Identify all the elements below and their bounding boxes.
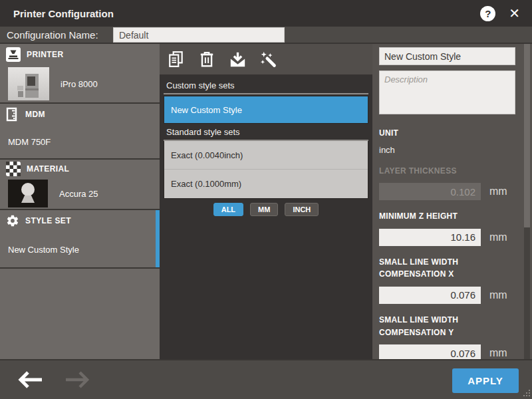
titlebar-actions: ? ✕: [480, 6, 520, 21]
layer-thickness-input: [379, 183, 481, 200]
small-line-width-compensation-x-label: SMALL LINE WIDTH COMPENSATION X: [379, 256, 512, 281]
sidebar-section-mdm: MDM MDM 750F: [0, 104, 160, 160]
sidebar-item-label: New Custom Style: [8, 245, 79, 255]
sidebar-item-label: MDM 750F: [8, 137, 51, 147]
sidebar-header-printer: PRINTER: [0, 44, 160, 65]
delete-icon[interactable]: [197, 49, 217, 69]
sidebar-item-printer[interactable]: iPro 8000: [0, 65, 160, 102]
configuration-name-label: Configuration Name:: [7, 29, 98, 41]
printer-photo: [8, 67, 49, 100]
printer-icon: [6, 47, 21, 62]
list-item-exact-mm[interactable]: Exact (0.1000mm): [164, 170, 368, 198]
standard-style-sets-block: Exact (0.0040inch) Exact (0.1000mm): [164, 141, 368, 199]
small-line-width-compensation-x-unit: mm: [489, 289, 507, 301]
configuration-name-input[interactable]: [113, 27, 285, 43]
style-sets-panel: Custom style sets New Custom Style Stand…: [160, 44, 372, 359]
list-item-exact-inch[interactable]: Exact (0.0040inch): [164, 141, 368, 170]
scrollbar[interactable]: [524, 44, 530, 359]
close-icon[interactable]: ✕: [509, 7, 520, 20]
sidebar-item-style-set[interactable]: New Custom Style: [0, 231, 160, 267]
sidebar-header-mdm: MDM: [0, 104, 160, 125]
apply-button[interactable]: APPLY: [452, 368, 519, 393]
style-name-input[interactable]: [379, 47, 515, 65]
material-icon: [6, 162, 21, 176]
sidebar-section-material: MATERIAL Accura 25: [0, 160, 160, 210]
wizard-icon[interactable]: [258, 49, 278, 69]
sidebar-label-mdm: MDM: [25, 110, 45, 119]
unit-label: UNIT: [379, 127, 512, 140]
back-arrow-icon[interactable]: [16, 368, 44, 391]
sidebar-label-style-set: STYLE SET: [25, 216, 71, 225]
material-photo-image: [15, 181, 41, 206]
small-line-width-compensation-x-input[interactable]: [379, 287, 481, 304]
filter-inch-button[interactable]: INCH: [285, 203, 319, 216]
sidebar-header-material: MATERIAL: [0, 160, 160, 178]
minimum-z-height-input[interactable]: [379, 229, 481, 246]
sidebar-item-label: Accura 25: [59, 189, 98, 199]
gear-icon: [6, 214, 19, 227]
style-set-list: Custom style sets New Custom Style Stand…: [160, 74, 372, 216]
printer-photo-image: [14, 71, 43, 100]
layer-thickness-label: LAYER THICKNESS: [379, 165, 512, 178]
custom-style-sets-header: Custom style sets: [164, 77, 368, 94]
footer-bar: APPLY: [0, 359, 532, 399]
sidebar-section-printer: PRINTER iPro 8000: [0, 44, 160, 104]
configuration-name-bar: Configuration Name:: [0, 27, 532, 44]
resize-grip-icon[interactable]: [522, 389, 531, 398]
sidebar-item-label: iPro 8000: [61, 79, 98, 89]
mdm-icon: [6, 107, 19, 122]
scrollbar-thumb[interactable]: [524, 44, 530, 227]
sidebar-item-material[interactable]: Accura 25: [0, 178, 160, 209]
sidebar-header-style-set: STYLE SET: [0, 210, 160, 231]
title-bar: Printer Configuration ? ✕: [0, 0, 532, 27]
filter-mm-button[interactable]: MM: [250, 203, 278, 216]
minimum-z-height-label: MINIMUM Z HEIGHT: [379, 210, 512, 223]
import-icon[interactable]: [227, 49, 247, 69]
sidebar-item-mdm[interactable]: MDM 750F: [0, 125, 160, 158]
forward-arrow-icon[interactable]: [64, 368, 92, 391]
sidebar: PRINTER iPro 8000 MDM MDM: [0, 44, 160, 359]
minimum-z-height-unit: mm: [489, 231, 507, 243]
standard-style-sets-header: Standard style sets: [164, 124, 368, 141]
style-description-input[interactable]: [379, 70, 515, 114]
material-photo: [8, 180, 48, 207]
sidebar-label-printer: PRINTER: [27, 50, 63, 59]
unit-value: inch: [379, 145, 517, 155]
help-icon[interactable]: ?: [480, 6, 495, 21]
small-line-width-compensation-y-label: SMALL LINE WIDTH COMPENSATION Y: [379, 314, 512, 338]
list-item-new-custom-style[interactable]: New Custom Style: [164, 96, 368, 124]
small-line-width-compensation-y-unit: mm: [489, 347, 507, 359]
duplicate-icon[interactable]: [166, 49, 186, 69]
small-line-width-compensation-y-input[interactable]: [379, 344, 481, 359]
layer-thickness-unit: mm: [489, 186, 507, 198]
style-set-toolbar: [160, 44, 372, 74]
filter-all-button[interactable]: ALL: [213, 203, 243, 216]
window-title: Printer Configuration: [13, 8, 114, 19]
sidebar-label-material: MATERIAL: [27, 164, 69, 174]
unit-filter-group: ALL MM INCH: [164, 203, 368, 216]
sidebar-section-style-set: STYLE SET New Custom Style: [0, 210, 160, 269]
style-details-panel: UNIT inch LAYER THICKNESS mm MINIMUM Z H…: [372, 44, 532, 359]
